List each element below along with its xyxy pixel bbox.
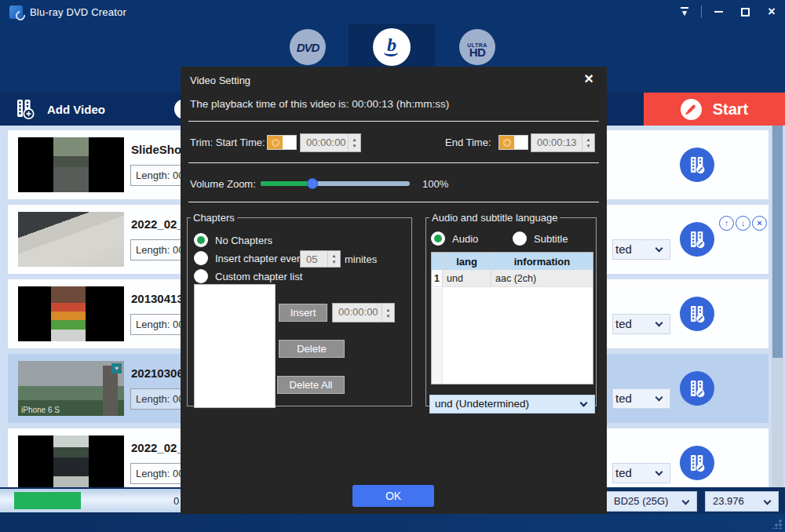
divider: [188, 162, 599, 163]
edit-video-button[interactable]: [680, 371, 714, 406]
trim-start-toggle[interactable]: [267, 135, 297, 150]
radio-label: Custom chapter list: [215, 271, 302, 282]
chapter-minutes-spinner[interactable]: 05 ▴▾: [300, 250, 341, 268]
start-button[interactable]: Start: [644, 93, 785, 126]
disc-format-dropdown[interactable]: BD25 (25G): [606, 491, 697, 512]
edit-video-button[interactable]: [680, 297, 714, 331]
film-pencil-icon: [687, 229, 707, 250]
progress-indicator: [14, 492, 81, 509]
video-thumbnail-1: [18, 137, 124, 192]
minimize-button[interactable]: [705, 0, 732, 24]
radio-icon-selected: [431, 231, 445, 246]
spinner-arrows[interactable]: ▴▾: [348, 134, 360, 151]
header-lang: lang: [443, 253, 491, 270]
volume-slider-thumb[interactable]: [307, 178, 318, 189]
volume-slider[interactable]: [261, 181, 410, 186]
insert-time-value: 00:00:00: [333, 304, 382, 322]
chapters-legend: Chapters: [191, 212, 237, 224]
header-information: information: [491, 253, 593, 270]
ok-button[interactable]: OK: [352, 485, 434, 507]
disc-format-value: BD25 (25G): [614, 495, 668, 507]
format-dropdown[interactable]: ted: [612, 239, 670, 260]
titlebar: Blu-ray DVD Creator ▼ ×: [0, 0, 785, 24]
tab-uhd[interactable]: ULTRA HD: [434, 24, 520, 71]
row-actions: ↑ ↓ ×: [719, 216, 767, 231]
radio-insert-every[interactable]: Insert chapter every: [194, 251, 305, 265]
edit-video-button[interactable]: [680, 222, 714, 257]
maximize-button[interactable]: [732, 0, 758, 24]
table-header: lang information: [432, 253, 593, 270]
menu-button[interactable]: ▼: [671, 0, 698, 24]
tab-dvd[interactable]: DVD: [265, 24, 351, 71]
radio-icon: [194, 269, 208, 283]
vertical-scrollbar[interactable]: [772, 126, 783, 487]
edit-video-button[interactable]: [680, 446, 714, 480]
radio-subtitle[interactable]: Subtitle: [513, 231, 568, 246]
insert-time-spinner[interactable]: 00:00:00 ▴▾: [332, 303, 395, 322]
add-video-label: Add Video: [47, 103, 105, 116]
format-dropdown-value: ted: [615, 392, 632, 405]
add-video-icon: [14, 98, 36, 120]
menu-icon: ▼: [681, 7, 688, 16]
edit-video-button[interactable]: [680, 148, 714, 182]
progress-text: 0: [173, 495, 179, 507]
dialog-close-button[interactable]: ×: [579, 70, 599, 88]
window-controls: ▼ ×: [671, 0, 785, 24]
uhd-disc-icon: ULTRA HD: [459, 29, 495, 65]
row-number: 1: [432, 270, 443, 286]
chevron-down-icon: [655, 245, 663, 253]
close-icon: ×: [768, 5, 775, 18]
radio-audio[interactable]: Audio: [431, 231, 478, 246]
format-dropdown-value: ted: [615, 466, 632, 479]
delete-all-chapters-button[interactable]: Delete All: [277, 376, 345, 394]
start-pencil-icon: [681, 99, 702, 120]
remove-video-button[interactable]: ×: [752, 216, 767, 231]
delete-chapter-button[interactable]: Delete: [279, 340, 345, 358]
trim-end-time-spinner[interactable]: 00:00:13 ▴▾: [531, 133, 595, 152]
language-dropdown[interactable]: und (Undetermined): [429, 395, 595, 414]
bottom-strip: [0, 514, 785, 532]
video-setting-dialog: Video Setting × The playback time of thi…: [181, 67, 607, 514]
trim-end-value: 00:00:13: [531, 134, 582, 151]
titlebar-separator: [701, 5, 702, 18]
audio-track-table: lang information 1 und aac (2ch): [431, 252, 593, 384]
audio-track-row[interactable]: 1 und aac (2ch): [432, 270, 593, 287]
tab-bluray-selected[interactable]: b: [349, 24, 435, 71]
film-pencil-icon: [687, 378, 707, 399]
radio-custom-list[interactable]: Custom chapter list: [194, 269, 302, 283]
film-pencil-icon: [687, 453, 707, 473]
thumbnail-watermark: iPhone 6 S: [21, 406, 60, 414]
row-lang: und: [443, 270, 491, 286]
radio-label: No Chapters: [215, 235, 272, 246]
app-logo-icon: [9, 5, 23, 19]
format-dropdown[interactable]: ted: [612, 463, 670, 483]
radio-no-chapters[interactable]: No Chapters: [194, 233, 272, 247]
audio-legend: Audio and subtitle language: [429, 212, 560, 224]
spinner-arrows[interactable]: ▴▾: [382, 304, 394, 322]
add-video-button[interactable]: Add Video: [0, 93, 105, 126]
trim-end-toggle[interactable]: [498, 135, 528, 150]
format-dropdown[interactable]: ted: [612, 314, 670, 334]
chevron-down-icon: [655, 468, 663, 476]
insert-chapter-button[interactable]: Insert: [279, 304, 327, 322]
radio-label: Insert chapter every: [215, 253, 305, 264]
resize-grip[interactable]: [772, 519, 782, 529]
bluray-mark: b: [387, 35, 396, 56]
spinner-arrows[interactable]: ▴▾: [327, 251, 340, 267]
trim-start-time-spinner[interactable]: 00:00:00 ▴▾: [300, 133, 361, 152]
spinner-arrows[interactable]: ▴▾: [582, 134, 594, 151]
frame-rate-dropdown[interactable]: 23.976: [705, 491, 779, 512]
move-down-button[interactable]: ↓: [736, 216, 750, 231]
format-dropdown[interactable]: ted: [612, 388, 670, 409]
chevron-down-icon: [655, 319, 663, 327]
minutes-suffix: minites: [345, 253, 377, 265]
scrollbar-thumb[interactable]: [772, 126, 783, 358]
radio-icon: [194, 251, 208, 265]
chevron-down-icon: [655, 394, 663, 402]
close-button[interactable]: ×: [758, 0, 785, 24]
chapters-group: Chapters No Chapters Insert chapter ever…: [187, 212, 412, 406]
playback-time-text: The playback time of this video is: 00:0…: [190, 98, 449, 110]
chapter-listbox[interactable]: [194, 284, 276, 408]
heart-badge-icon: ♥: [111, 363, 122, 373]
move-up-button[interactable]: ↑: [719, 216, 734, 231]
